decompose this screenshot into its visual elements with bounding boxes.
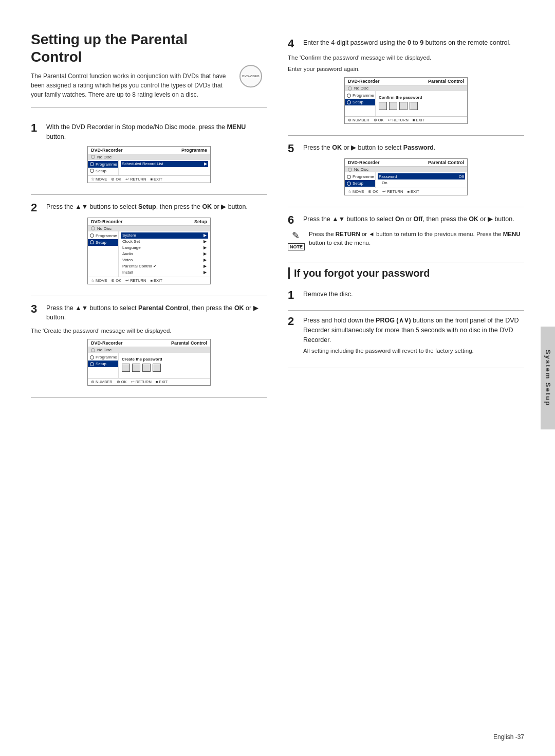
- menu-clockset: Clock Set▶: [121, 239, 208, 245]
- sidebar-setup-2: Setup: [88, 239, 118, 246]
- screen-sidebar-4: Programme Setup: [345, 91, 376, 116]
- screen-footer: ☆ MOVE ⊛ OK ↩ RETURN ■ EXIT: [88, 175, 210, 183]
- step-4-text: Enter the 4-digit password using the 0 t…: [303, 38, 511, 48]
- screen-header: DVD-Recorder Programme: [88, 147, 210, 154]
- sidebar-setup-3: Setup: [88, 361, 118, 367]
- password-boxes: [122, 364, 207, 372]
- step-3-header: 3 Press the ▲▼ buttons to select Parenta…: [31, 303, 267, 323]
- pwd-box-2: [132, 364, 140, 372]
- forgot-step-2-header: 2 Press and hold down the PROG (∧∨) butt…: [288, 316, 524, 358]
- page-title: Setting up the Parental Control: [31, 31, 267, 65]
- forgot-section: If you forgot your password 1 Remove the…: [288, 267, 524, 368]
- step-1-text: With the DVD Recorder in Stop mode/No Di…: [46, 122, 267, 142]
- disc-icon: [91, 155, 95, 159]
- screen-sidebar: Programme Setup: [88, 160, 119, 175]
- screen-footer-5: ☆ MOVE ⊛ OK ↩ RETURN ■ EXIT: [345, 188, 467, 195]
- forgot-step-2-sub: All setting including the password will …: [303, 347, 524, 355]
- step-2-number: 2: [31, 202, 41, 213]
- step-4-sub1: The 'Confirm the password' message will …: [288, 53, 524, 62]
- step-5-header: 5 Press the OK or ▶ button to select Pas…: [288, 143, 524, 154]
- step-4-sub2: Enter your password again.: [288, 65, 524, 73]
- screen-main: Scheduled Record List ▶: [119, 160, 210, 175]
- sidebar-prog-2: Programme: [88, 232, 118, 239]
- step-4-section: 4 Enter the 4-digit password using the 0…: [288, 31, 524, 136]
- step-3-screen: DVD-Recorder Parental Control No Disc Pr…: [87, 339, 211, 386]
- sidebar-setup-5: Setup: [345, 180, 375, 187]
- on-item: On: [378, 179, 465, 186]
- password-boxes-4: [379, 102, 464, 110]
- screen-body-5: Programme Setup Password Off On: [345, 172, 467, 188]
- screen-header-left: DVD-Recorder: [91, 148, 123, 153]
- step-2-section: 2 Press the ▲▼ buttons to select Setup, …: [31, 195, 267, 296]
- step-3-sub: The 'Create the password' message will b…: [31, 327, 267, 335]
- screen-footer-2: ☆ MOVE ⊛ OK ↩ RETURN ■ EXIT: [88, 277, 210, 284]
- sidebar-prog-5: Programme: [345, 173, 375, 180]
- forgot-step-1-header: 1 Remove the disc.: [288, 290, 524, 301]
- prog-icon: [90, 162, 94, 166]
- step-4-screen: DVD-Recorder Parental Control No Disc Pr…: [344, 77, 468, 124]
- no-disc-bar-2: No Disc: [88, 226, 210, 231]
- left-column: Setting up the Parental Control DVD-VIDE…: [31, 31, 267, 735]
- sidebar-setup: Setup: [88, 168, 118, 174]
- screen-sidebar-5: Programme Setup: [345, 172, 376, 188]
- screen-sidebar-2: Programme Setup: [88, 231, 119, 277]
- screen-main-4: Confirm the password: [376, 91, 467, 116]
- right-column: 4 Enter the 4-digit password using the 0…: [288, 31, 524, 735]
- sidebar-setup-4: Setup: [345, 99, 375, 105]
- menu-video: Video▶: [121, 257, 208, 263]
- menu-system: System ▶: [121, 232, 208, 239]
- sidebar-prog-4: Programme: [345, 92, 375, 99]
- confirm-pw-label: Confirm the password: [379, 95, 464, 100]
- title-section: Setting up the Parental Control DVD-VIDE…: [31, 31, 267, 108]
- screen-body: Programme Setup Scheduled Record List ▶: [88, 160, 210, 175]
- page-number: English -37: [493, 733, 524, 741]
- no-disc-bar-4: No Disc: [345, 85, 467, 91]
- menu-parental: Parental Control ✔▶: [121, 263, 208, 269]
- menu-install: Install▶: [121, 269, 208, 276]
- step-3-section: 3 Press the ▲▼ buttons to select Parenta…: [31, 296, 267, 398]
- step-2-screen: DVD-Recorder Setup No Disc Programme: [87, 218, 211, 284]
- screen-header-right: Programme: [181, 148, 207, 153]
- page: Setting up the Parental Control DVD-VIDE…: [0, 0, 555, 756]
- screen-body-2: Programme Setup System ▶ Clock Set▶: [88, 231, 210, 277]
- setup-icon: [90, 169, 94, 173]
- step-1-section: 1 With the DVD Recorder in Stop mode/No …: [31, 115, 267, 195]
- no-disc-bar-3: No Disc: [88, 347, 210, 353]
- forgot-step-1-text: Remove the disc.: [303, 290, 353, 299]
- pwd-box-3: [142, 364, 151, 372]
- note-content: Press the RETURN or ◄ button to return t…: [309, 230, 524, 248]
- screen-main-3: Create the password: [119, 353, 210, 378]
- intro-text: The Parental Control function works in c…: [31, 71, 226, 99]
- menu-audio: Audio▶: [121, 251, 208, 257]
- screen-main-2: System ▶ Clock Set▶ Language▶ Audio▶ Vid…: [119, 231, 210, 277]
- screen-footer-3: ⊛ NUMBER ⊛ OK ↩ RETURN ■ EXIT: [88, 378, 210, 385]
- screen-header-5: DVD-Recorder Parental Control: [345, 159, 467, 167]
- side-tab: System Setup: [541, 327, 555, 429]
- pwd-box-1: [122, 364, 130, 372]
- step-1-screen: DVD-Recorder Programme No Disc Programme: [87, 146, 211, 183]
- sidebar-programme: Programme: [88, 161, 118, 168]
- screen-header-4: DVD-Recorder Parental Control: [345, 78, 467, 85]
- step-4-number: 4: [288, 38, 298, 49]
- forgot-step-1-number: 1: [288, 290, 298, 301]
- menu-language: Language▶: [121, 245, 208, 251]
- forgot-step-1: 1 Remove the disc.: [288, 284, 524, 311]
- note-box: ✎ NOTE Press the RETURN or ◄ button to r…: [288, 230, 524, 250]
- password-row: Password Off: [378, 173, 465, 179]
- forgot-step-2-text: Press and hold down the PROG (∧∨) button…: [303, 316, 524, 345]
- screen-main-5: Password Off On: [376, 172, 467, 188]
- screen-sidebar-3: Programme Setup: [88, 353, 119, 378]
- step-6-text: Press the ▲▼ buttons to select On or Off…: [303, 214, 514, 224]
- step-6-header: 6 Press the ▲▼ buttons to select On or O…: [288, 214, 524, 226]
- forgot-step-2-number: 2: [288, 316, 298, 327]
- step-2-header: 2 Press the ▲▼ buttons to select Setup, …: [31, 202, 267, 213]
- step-4-header: 4 Enter the 4-digit password using the 0…: [288, 38, 524, 49]
- screen-row-scheduled: Scheduled Record List ▶: [121, 161, 208, 167]
- step-5-text: Press the OK or ▶ button to select Passw…: [303, 143, 435, 153]
- sidebar-prog-3: Programme: [88, 354, 118, 361]
- screen-body-3: Programme Setup Create the password: [88, 353, 210, 378]
- step-5-screen: DVD-Recorder Parental Control No Disc Pr…: [344, 158, 468, 195]
- forgot-step-2: 2 Press and hold down the PROG (∧∨) butt…: [288, 311, 524, 368]
- step-6-number: 6: [288, 214, 298, 226]
- screen-header-3: DVD-Recorder Parental Control: [88, 339, 210, 347]
